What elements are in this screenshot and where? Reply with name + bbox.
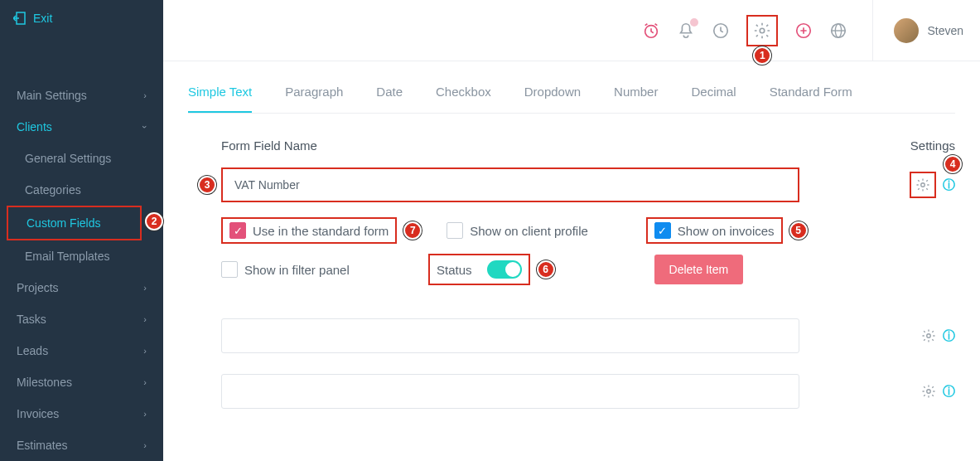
sidebar-item-label: Main Settings [17,89,87,102]
chevron-right-icon: › [143,90,147,100]
svg-point-8 [927,334,931,338]
sidebar-item-main-settings[interactable]: Main Settings › [0,80,163,111]
show-on-invoices-label: Show on invoices [678,224,775,238]
tabs: Simple Text Paragraph Date Checkbox Drop… [188,78,955,114]
chevron-right-icon: › [143,377,147,387]
status-toggle[interactable] [487,260,522,279]
sidebar-item-label: Leads [17,344,48,357]
tab-standard-form[interactable]: Standard Form [770,78,852,113]
sidebar-item-label: Milestones [17,376,72,389]
chevron-right-icon: › [143,314,147,324]
annotation-badge-6: 6 [537,260,555,279]
sidebar-item-label: Projects [17,281,59,294]
tab-checkbox[interactable]: Checkbox [436,78,491,113]
settings-label: Settings 4 [910,138,955,153]
sidebar: Exit Main Settings › Clients › General S… [0,0,163,461]
annotation-badge-1: 1 [753,46,771,65]
row-settings-button-2[interactable] [921,328,936,343]
sidebar-item-label: Tasks [17,313,46,326]
tab-number[interactable]: Number [614,78,658,113]
form-field-name-label: Form Field Name [188,138,317,153]
sidebar-item-label: Custom Fields [27,216,100,230]
show-on-invoices-checkbox[interactable]: ✓ [654,222,671,239]
chevron-right-icon: › [143,440,147,450]
chevron-right-icon: › [143,283,147,293]
tab-decimal[interactable]: Decimal [691,78,736,113]
topbar: 1 Steven [163,0,980,61]
info-icon-3[interactable]: ⓘ [943,384,955,400]
row-settings-button-3[interactable] [921,384,936,399]
field-name-input[interactable] [221,167,799,202]
bell-icon[interactable] [677,22,695,40]
sidebar-item-projects[interactable]: Projects › [0,272,163,303]
svg-point-3 [760,28,765,33]
show-client-profile-checkbox[interactable] [447,222,463,239]
avatar [894,18,919,43]
chevron-down-icon: › [140,125,150,129]
show-client-profile-label: Show on client profile [470,224,588,238]
info-icon-2[interactable]: ⓘ [943,328,955,344]
exit-icon [13,12,27,25]
alarm-icon[interactable] [642,22,660,40]
annotation-badge-5: 5 [789,221,808,240]
tab-dropdown[interactable]: Dropdown [524,78,581,113]
sidebar-item-milestones[interactable]: Milestones › [0,366,163,398]
sidebar-item-custom-fields[interactable]: Custom Fields [7,206,142,240]
sidebar-item-label: Clients [17,120,52,133]
main: 1 Steven Simple Text Paragraph Date Chec… [163,0,980,461]
chevron-right-icon: › [143,409,147,419]
show-filter-panel-label: Show in filter panel [244,263,350,277]
use-standard-form-checkbox[interactable]: ✓ [229,222,246,239]
notification-dot [690,18,698,27]
sidebar-item-clients[interactable]: Clients › [0,111,163,143]
show-filter-panel-checkbox[interactable] [221,261,238,278]
sidebar-item-leads[interactable]: Leads › [0,335,163,366]
exit-label: Exit [33,12,52,25]
sidebar-item-categories[interactable]: Categories [0,174,163,206]
svg-point-7 [921,183,925,187]
status-label: Status [437,263,472,277]
sidebar-item-tasks[interactable]: Tasks › [0,303,163,335]
sidebar-item-email-templates[interactable]: Email Templates [0,240,163,272]
sidebar-item-label: Categories [25,183,81,197]
sidebar-item-label: Invoices [17,407,59,420]
tab-date[interactable]: Date [376,78,403,113]
annotation-badge-2: 2 [145,212,163,230]
sidebar-item-label: General Settings [25,152,111,165]
add-icon[interactable] [794,22,813,40]
sidebar-item-label: Estimates [17,439,67,452]
sidebar-item-general-settings[interactable]: General Settings [0,143,163,174]
clock-icon[interactable] [712,22,730,40]
sidebar-item-invoices[interactable]: Invoices › [0,398,163,429]
svg-point-9 [927,390,931,394]
annotation-badge-3: 3 [198,176,216,194]
user-name: Steven [927,24,963,37]
delete-item-button[interactable]: Delete Item [654,255,744,284]
field-name-input-3[interactable] [221,374,799,409]
exit-button[interactable]: Exit [0,0,163,36]
tab-paragraph[interactable]: Paragraph [285,78,343,113]
row-settings-button[interactable] [910,172,936,198]
user-menu[interactable]: Steven [872,0,963,61]
tab-simple-text[interactable]: Simple Text [188,78,252,113]
field-name-input-2[interactable] [221,318,799,353]
annotation-badge-7: 7 [403,221,422,240]
globe-icon[interactable] [829,22,847,40]
sidebar-item-estimates[interactable]: Estimates › [0,429,163,461]
use-standard-form-label: Use in the standard form [253,224,389,238]
info-icon[interactable]: ⓘ [943,177,955,193]
chevron-right-icon: › [143,346,147,356]
gear-icon-highlighted[interactable] [746,15,778,46]
sidebar-item-label: Email Templates [25,250,109,263]
